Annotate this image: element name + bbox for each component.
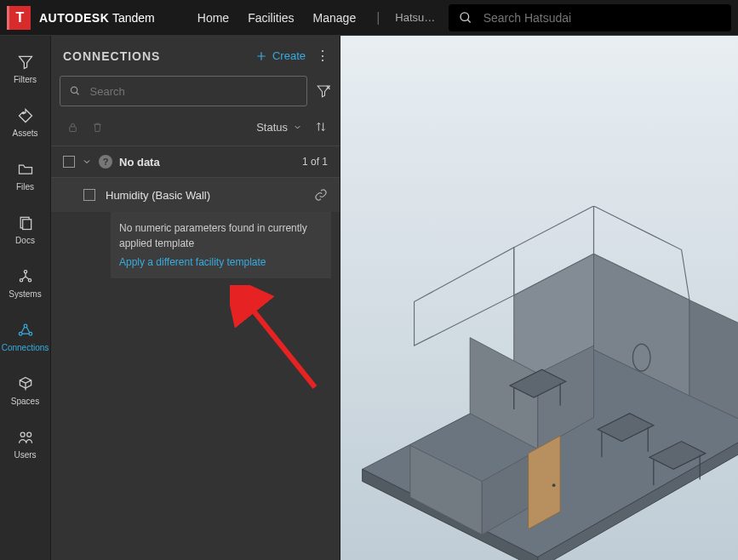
- svg-point-32: [552, 483, 556, 487]
- rail-spaces[interactable]: Spaces: [0, 369, 50, 411]
- svg-point-13: [71, 87, 77, 93]
- 3d-viewport[interactable]: [340, 36, 738, 560]
- search-icon: [69, 84, 82, 98]
- nav-home[interactable]: Home: [197, 11, 229, 25]
- nav-facilities[interactable]: Facilities: [248, 11, 294, 25]
- rail-connections-label: Connections: [2, 343, 49, 352]
- panel-search[interactable]: [60, 76, 307, 106]
- panel-toolbar: Status: [51, 115, 340, 146]
- rail-assets[interactable]: Assets: [0, 101, 50, 143]
- rail-docs[interactable]: Docs: [0, 209, 50, 250]
- item-label: Humidity (Basic Wall): [106, 189, 210, 202]
- funnel-icon: [16, 53, 35, 71]
- status-dropdown[interactable]: Status: [256, 121, 302, 134]
- svg-line-1: [468, 20, 471, 22]
- template-warning-message: No numeric parameters found in currently…: [111, 212, 331, 278]
- item-checkbox[interactable]: [83, 189, 95, 201]
- connections-icon: [16, 321, 35, 340]
- connections-panel: CONNECTIONS Create ⋮: [51, 36, 340, 560]
- apply-template-link[interactable]: Apply a different facility template: [119, 254, 323, 270]
- rail-systems-label: Systems: [9, 289, 41, 299]
- svg-point-2: [22, 112, 24, 114]
- lock-icon[interactable]: [66, 121, 79, 134]
- svg-point-5: [24, 271, 26, 273]
- app-logo[interactable]: T: [7, 6, 31, 30]
- svg-point-9: [19, 332, 22, 335]
- rail-spaces-label: Spaces: [11, 397, 39, 406]
- group-checkbox[interactable]: [63, 156, 75, 168]
- panel-menu-button[interactable]: ⋮: [316, 48, 329, 64]
- nav-manage[interactable]: Manage: [313, 11, 357, 25]
- group-label: No data: [119, 156, 160, 169]
- link-icon[interactable]: [314, 188, 328, 202]
- breadcrumb-facility[interactable]: Hatsu…: [395, 11, 435, 24]
- svg-line-14: [77, 93, 79, 95]
- svg-rect-4: [22, 220, 31, 230]
- docs-icon: [16, 214, 35, 232]
- panel-search-row: [51, 76, 340, 115]
- systems-icon: [16, 267, 35, 286]
- svg-point-10: [29, 332, 32, 335]
- chevron-down-icon: [293, 123, 302, 132]
- rail-filters[interactable]: Filters: [0, 48, 50, 89]
- svg-point-12: [26, 432, 31, 437]
- spaces-icon: [16, 374, 35, 393]
- rail-systems[interactable]: Systems: [0, 262, 50, 304]
- left-rail: Filters Assets Files Docs Systems Connec…: [0, 36, 51, 560]
- rail-files-label: Files: [16, 182, 34, 191]
- svg-marker-26: [415, 248, 514, 346]
- message-text: No numeric parameters found in currently…: [119, 222, 307, 249]
- rail-assets-label: Assets: [12, 129, 37, 138]
- panel-actions: Create ⋮: [255, 48, 329, 64]
- rail-connections[interactable]: Connections: [0, 316, 50, 357]
- rail-docs-label: Docs: [15, 236, 35, 245]
- svg-rect-17: [70, 126, 77, 131]
- sort-icon[interactable]: [314, 120, 328, 134]
- brand-text: AUTODESK Tandem: [39, 11, 155, 25]
- filter-clear-icon[interactable]: [316, 83, 331, 99]
- tag-icon: [16, 106, 35, 125]
- panel-title: CONNECTIONS: [63, 49, 160, 63]
- toolbar-right: Status: [256, 120, 328, 134]
- rail-users-label: Users: [14, 450, 36, 460]
- global-search[interactable]: [449, 4, 731, 31]
- trash-icon[interactable]: [91, 121, 104, 134]
- rail-users[interactable]: Users: [0, 423, 50, 465]
- top-header: T AUTODESK Tandem Home Facilities Manage…: [0, 0, 738, 36]
- search-icon: [459, 10, 472, 26]
- group-row-no-data[interactable]: ? No data 1 of 1: [51, 146, 340, 178]
- top-nav: Home Facilities Manage: [197, 11, 356, 25]
- rail-filters-label: Filters: [14, 75, 37, 84]
- create-label: Create: [272, 49, 306, 62]
- panel-search-input[interactable]: [90, 85, 298, 98]
- svg-point-11: [20, 432, 25, 437]
- panel-header: CONNECTIONS Create ⋮: [51, 36, 340, 76]
- chevron-down-icon[interactable]: [82, 157, 92, 167]
- brand-light: Tandem: [112, 11, 155, 25]
- breadcrumb-separator: |: [376, 10, 380, 26]
- group-count: 1 of 1: [302, 156, 328, 168]
- svg-point-0: [461, 12, 469, 20]
- status-label: Status: [256, 121, 288, 134]
- connection-item-humidity[interactable]: Humidity (Basic Wall): [51, 178, 340, 212]
- create-button[interactable]: Create: [255, 49, 306, 62]
- users-icon: [16, 428, 35, 447]
- help-icon[interactable]: ?: [99, 155, 112, 169]
- global-search-input[interactable]: [483, 11, 721, 25]
- folder-icon: [16, 160, 35, 179]
- building-model: [349, 206, 738, 560]
- rail-files[interactable]: Files: [0, 155, 50, 197]
- plus-icon: [255, 50, 267, 62]
- toolbar-left: [66, 121, 104, 134]
- brand-strong: AUTODESK: [39, 11, 109, 25]
